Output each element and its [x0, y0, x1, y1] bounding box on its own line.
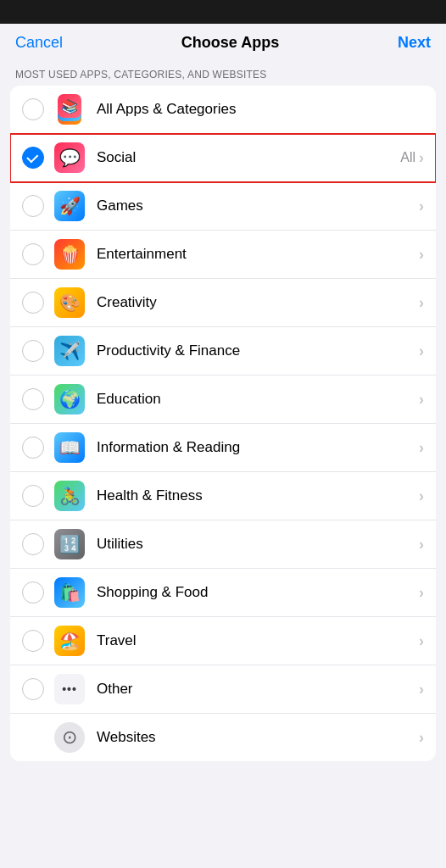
sublabel-social: All [400, 150, 415, 165]
radio-travel[interactable] [22, 630, 44, 652]
icon-other: ••• [54, 674, 97, 704]
radio-all-apps[interactable] [22, 98, 44, 120]
radio-social[interactable] [22, 147, 44, 169]
icon-all-apps: 📚 [54, 94, 97, 125]
label-utilities: Utilities [97, 536, 419, 553]
chevron-creativity: › [419, 294, 424, 312]
radio-inforeading[interactable] [22, 437, 44, 459]
icon-shopping: 🛍️ [54, 577, 97, 608]
radio-utilities[interactable] [22, 533, 44, 555]
label-websites: Websites [97, 729, 419, 746]
radio-shopping[interactable] [22, 581, 44, 604]
radio-other[interactable] [22, 678, 44, 700]
label-all-apps: All Apps & Categories [97, 101, 424, 118]
icon-entertainment: 🍿 [54, 239, 97, 270]
list-item-productivity[interactable]: ✈️Productivity & Finance› [10, 327, 436, 376]
radio-education[interactable] [22, 388, 44, 410]
label-inforeading: Information & Reading [97, 439, 419, 456]
chevron-inforeading: › [419, 439, 424, 457]
icon-productivity: ✈️ [54, 336, 97, 366]
list-item-creativity[interactable]: 🎨Creativity› [10, 279, 436, 327]
chevron-travel: › [419, 632, 424, 650]
radio-productivity[interactable] [22, 340, 44, 362]
icon-websites: ⊙ [54, 722, 97, 753]
chevron-productivity: › [419, 342, 424, 360]
nav-bar: Cancel Choose Apps Next [0, 24, 446, 60]
list-item-travel[interactable]: 🏖️Travel› [10, 617, 436, 665]
next-button[interactable]: Next [398, 34, 431, 52]
label-health: Health & Fitness [97, 487, 419, 504]
label-games: Games [97, 198, 419, 214]
list-item-health[interactable]: 🚴Health & Fitness› [10, 472, 436, 520]
nav-title: Choose Apps [181, 34, 279, 52]
list-item-all-apps[interactable]: 📚 All Apps & Categories [10, 86, 436, 134]
chevron-utilities: › [419, 536, 424, 554]
icon-creativity: 🎨 [54, 287, 97, 318]
label-creativity: Creativity [97, 294, 419, 311]
radio-games[interactable] [22, 195, 44, 217]
icon-travel: 🏖️ [54, 626, 97, 656]
list-item-utilities[interactable]: 🔢Utilities› [10, 520, 436, 569]
cancel-button[interactable]: Cancel [15, 34, 63, 52]
chevron-social: › [419, 149, 424, 167]
chevron-health: › [419, 487, 424, 505]
icon-education: 🌍 [54, 384, 97, 415]
label-education: Education [97, 391, 419, 408]
radio-creativity[interactable] [22, 292, 44, 314]
label-travel: Travel [97, 632, 419, 649]
section-label: MOST USED APPS, CATEGORIES, AND WEBSITES [0, 60, 446, 86]
list-item-education[interactable]: 🌍Education› [10, 376, 436, 424]
chevron-education: › [419, 391, 424, 409]
label-shopping: Shopping & Food [97, 584, 419, 601]
label-entertainment: Entertainment [97, 246, 419, 263]
radio-health[interactable] [22, 485, 44, 507]
list-item-websites[interactable]: ⊙Websites› [10, 714, 436, 761]
icon-inforeading: 📖 [54, 432, 97, 463]
icon-games: 🚀 [54, 191, 97, 221]
icon-health: 🚴 [54, 481, 97, 511]
list-item-games[interactable]: 🚀Games› [10, 182, 436, 231]
chevron-games: › [419, 198, 424, 215]
chevron-entertainment: › [419, 246, 424, 264]
chevron-shopping: › [419, 584, 424, 602]
chevron-other: › [419, 681, 424, 698]
label-productivity: Productivity & Finance [97, 342, 419, 359]
list-item-inforeading[interactable]: 📖Information & Reading› [10, 424, 436, 472]
label-social: Social [97, 149, 400, 166]
list-item-entertainment[interactable]: 🍿Entertainment› [10, 231, 436, 279]
chevron-websites: › [419, 729, 424, 747]
list-item-social[interactable]: 💬SocialAll› [10, 134, 436, 182]
radio-entertainment[interactable] [22, 243, 44, 265]
label-other: Other [97, 681, 419, 698]
list-item-shopping[interactable]: 🛍️Shopping & Food› [10, 569, 436, 617]
icon-social: 💬 [54, 142, 97, 173]
categories-list: 📚 All Apps & Categories💬SocialAll›🚀Games… [10, 86, 436, 761]
icon-utilities: 🔢 [54, 529, 97, 559]
status-bar [0, 0, 446, 24]
list-item-other[interactable]: •••Other› [10, 665, 436, 714]
